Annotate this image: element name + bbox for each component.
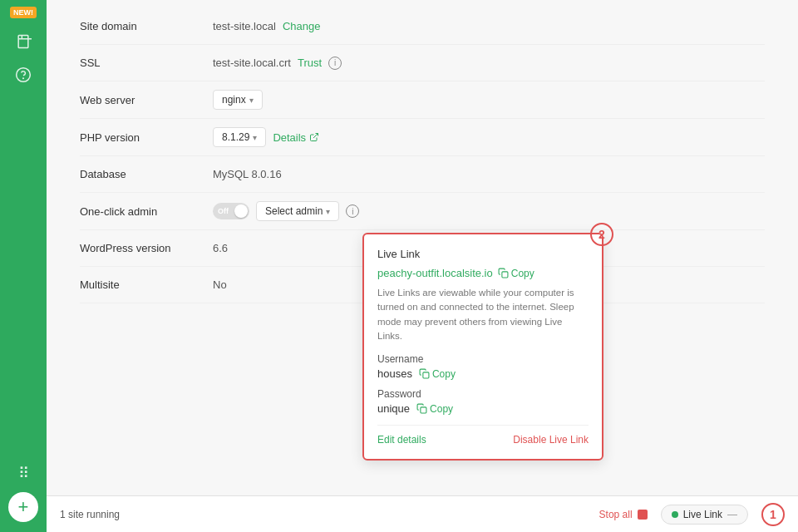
toggle-label: Off xyxy=(214,207,229,215)
one-click-admin-value: Off Select admin ▾ i xyxy=(213,201,359,221)
change-domain-link[interactable]: Change xyxy=(283,20,321,32)
php-details-link[interactable]: Details xyxy=(273,131,319,144)
extensions-icon[interactable] xyxy=(10,28,37,55)
main-content: Site domain test-site.local Change SSL t… xyxy=(47,0,798,532)
add-site-button[interactable]: + xyxy=(8,492,38,522)
multisite-label: Multisite xyxy=(80,278,213,291)
php-version-dropdown[interactable]: 8.1.29 ▾ xyxy=(213,127,266,147)
select-admin-dropdown[interactable]: Select admin ▾ xyxy=(256,201,339,221)
username-row: houses Copy xyxy=(377,367,589,380)
database-text: MySQL 8.0.16 xyxy=(213,168,282,180)
bottom-bar: 1 site running Stop all Live Link — 1 xyxy=(47,495,798,532)
copy-username-icon xyxy=(419,368,430,379)
admin-info-icon[interactable]: i xyxy=(346,204,359,218)
web-server-dropdown[interactable]: nginx ▾ xyxy=(213,90,263,110)
password-value: unique xyxy=(377,402,410,415)
ssl-row: SSL test-site.local.crt Trust i xyxy=(80,45,765,81)
step-2-badge: 2 xyxy=(590,223,613,246)
live-link-popup-title: Live Link xyxy=(377,248,589,260)
ssl-cert-text: test-site.local.crt xyxy=(213,57,291,69)
trust-ssl-link[interactable]: Trust xyxy=(298,57,322,69)
svg-point-0 xyxy=(17,68,31,82)
username-value: houses xyxy=(377,367,412,380)
database-value: MySQL 8.0.16 xyxy=(213,168,282,180)
live-link-url-text[interactable]: peachy-outfit.localsite.io xyxy=(377,267,493,279)
sidebar-dots[interactable]: ⠿ xyxy=(18,464,29,482)
password-section: Password unique Copy xyxy=(377,388,589,415)
username-section: Username houses Copy xyxy=(377,353,589,380)
live-link-url-row: peachy-outfit.localsite.io Copy xyxy=(377,267,589,279)
ssl-value: test-site.local.crt Trust i xyxy=(213,57,342,70)
database-row: Database MySQL 8.0.16 xyxy=(80,156,765,193)
sidebar: NEW! ⠿ + xyxy=(0,0,47,532)
copy-icon xyxy=(498,268,509,278)
disable-live-link-button[interactable]: Disable Live Link xyxy=(513,434,589,446)
site-count: 1 site running xyxy=(60,509,120,520)
password-row: unique Copy xyxy=(377,402,589,415)
svg-rect-6 xyxy=(421,407,426,413)
username-label: Username xyxy=(377,353,589,365)
copy-username-button[interactable]: Copy xyxy=(419,368,456,380)
live-link-actions: Edit details Disable Live Link xyxy=(377,425,589,446)
stop-icon xyxy=(638,510,648,520)
site-domain-value: test-site.local Change xyxy=(213,20,320,32)
php-version-row: PHP version 8.1.29 ▾ Details xyxy=(80,119,765,156)
live-link-dash: — xyxy=(727,509,737,520)
copy-password-icon xyxy=(416,403,427,414)
web-server-label: Web server xyxy=(80,94,213,106)
ssl-label: SSL xyxy=(80,57,213,69)
copy-url-button[interactable]: Copy xyxy=(498,268,534,279)
svg-rect-5 xyxy=(423,372,429,378)
multisite-text: No xyxy=(213,278,227,291)
php-version-value: 8.1.29 ▾ Details xyxy=(213,127,319,147)
site-domain-label: Site domain xyxy=(80,20,213,32)
toggle-knob xyxy=(234,204,248,218)
database-label: Database xyxy=(80,168,213,180)
web-server-value: nginx ▾ xyxy=(213,90,263,110)
step-1-badge: 1 xyxy=(761,503,785,526)
live-link-popup: 2 Live Link peachy-outfit.localsite.io C… xyxy=(362,233,603,461)
external-link-icon xyxy=(309,132,319,142)
live-link-status-label: Live Link xyxy=(683,509,722,520)
php-version-label: PHP version xyxy=(80,131,213,144)
wordpress-version-label: WordPress version xyxy=(80,242,213,254)
password-label: Password xyxy=(377,388,589,400)
one-click-admin-label: One-click admin xyxy=(80,205,213,218)
new-badge[interactable]: NEW! xyxy=(10,7,37,18)
live-link-description: Live Links are viewable while your compu… xyxy=(377,286,589,343)
help-icon[interactable] xyxy=(10,62,37,88)
one-click-admin-row: One-click admin Off Select admin ▾ i xyxy=(80,193,765,230)
web-server-row: Web server nginx ▾ xyxy=(80,81,765,119)
live-link-active-dot xyxy=(672,511,678,518)
wordpress-version-value: 6.6 xyxy=(213,242,228,254)
wordpress-version-text: 6.6 xyxy=(213,242,228,254)
ssl-info-icon[interactable]: i xyxy=(328,57,342,70)
live-link-status-button[interactable]: Live Link — xyxy=(661,505,748,525)
stop-all-button[interactable]: Stop all xyxy=(599,509,648,520)
svg-line-2 xyxy=(313,134,318,139)
edit-details-link[interactable]: Edit details xyxy=(377,434,426,446)
domain-text: test-site.local xyxy=(213,20,276,32)
site-domain-row: Site domain test-site.local Change xyxy=(80,8,765,45)
one-click-toggle[interactable]: Off xyxy=(213,203,249,219)
copy-password-button[interactable]: Copy xyxy=(416,403,453,415)
svg-rect-4 xyxy=(502,272,508,278)
